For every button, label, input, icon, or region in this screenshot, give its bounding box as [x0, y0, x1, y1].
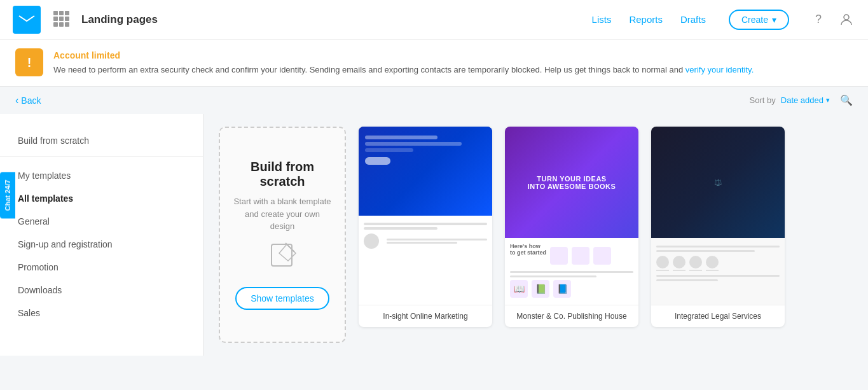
build-from-scratch-card[interactable]: Build from scratch Start with a blank te… — [219, 127, 346, 343]
alert-title: Account limited — [53, 48, 754, 62]
sort-label: Sort by — [750, 95, 776, 105]
search-icon[interactable]: 🔍 — [840, 94, 853, 106]
nav-lists[interactable]: Lists — [592, 14, 612, 25]
sidebar-item-signup[interactable]: Sign-up and registration — [0, 233, 203, 256]
template-card-monster[interactable]: TURN YOUR IDEASINTO AWESOME BOOKS Here's… — [505, 127, 638, 327]
nav-drafts[interactable]: Drafts — [680, 14, 706, 25]
back-button[interactable]: ‹ Back — [15, 95, 41, 106]
template-card-legal[interactable]: ⚖️ — [651, 127, 785, 327]
sidebar-item-promotion[interactable]: Promotion — [0, 256, 203, 279]
show-templates-button[interactable]: Show templates — [235, 287, 329, 310]
sidebar-item-general[interactable]: General — [0, 210, 203, 233]
alert-icon: ! — [15, 48, 43, 76]
template-card-image-insight — [359, 127, 492, 305]
template-card-image-legal: ⚖️ — [651, 127, 785, 305]
templates-grid: Build from scratch Start with a blank te… — [203, 114, 868, 356]
template-label-monster: Monster & Co. Publishing House — [505, 305, 638, 327]
chat-tab[interactable]: Chat 24/7 — [0, 172, 15, 218]
create-button[interactable]: Create ▾ — [729, 10, 789, 30]
toolbar: ‹ Back Sort by Date added ▾ 🔍 — [0, 87, 868, 114]
app-grid-icon[interactable] — [53, 11, 71, 29]
topnav-icons: ? — [809, 11, 855, 29]
nav-reports[interactable]: Reports — [629, 14, 663, 25]
build-card-description: Start with a blank template and create y… — [233, 195, 332, 233]
sidebar-item-build-scratch[interactable]: Build from scratch — [0, 129, 203, 157]
back-arrow-icon: ‹ — [15, 95, 18, 106]
svg-point-1 — [844, 15, 849, 20]
content-area: Build from scratch My templates All temp… — [0, 114, 868, 356]
topnav: Landing pages Lists Reports Drafts Creat… — [0, 0, 868, 39]
svg-rect-0 — [18, 13, 36, 26]
template-card-image-monster: TURN YOUR IDEASINTO AWESOME BOOKS Here's… — [505, 127, 638, 305]
template-label-legal: Integrated Legal Services — [651, 305, 785, 327]
template-label-insight: In-sight Online Marketing — [359, 305, 492, 327]
alert-verify-link[interactable]: verify your identity. — [685, 65, 754, 74]
nav-links: Lists Reports Drafts — [592, 14, 706, 25]
sidebar-item-sales[interactable]: Sales — [0, 302, 203, 324]
sidebar-item-downloads[interactable]: Downloads — [0, 279, 203, 302]
edit-icon — [266, 239, 298, 277]
profile-icon[interactable] — [837, 11, 855, 29]
build-card-title: Build from scratch — [233, 160, 332, 189]
template-card-insight[interactable]: In-sight Online Marketing — [359, 127, 492, 327]
sidebar-item-all-templates[interactable]: All templates — [0, 187, 203, 210]
alert-banner: ! Account limited We need to perform an … — [0, 39, 868, 87]
sort-dropdown[interactable]: Date added ▾ — [781, 95, 830, 105]
alert-text: Account limited We need to perform an ex… — [53, 48, 754, 77]
sidebar: Build from scratch My templates All temp… — [0, 114, 203, 356]
help-icon[interactable]: ? — [809, 11, 827, 29]
sort-chevron-icon: ▾ — [826, 96, 830, 104]
sidebar-item-my-templates[interactable]: My templates — [0, 164, 203, 187]
app-logo[interactable] — [13, 6, 41, 34]
page-title: Landing pages — [81, 13, 158, 26]
